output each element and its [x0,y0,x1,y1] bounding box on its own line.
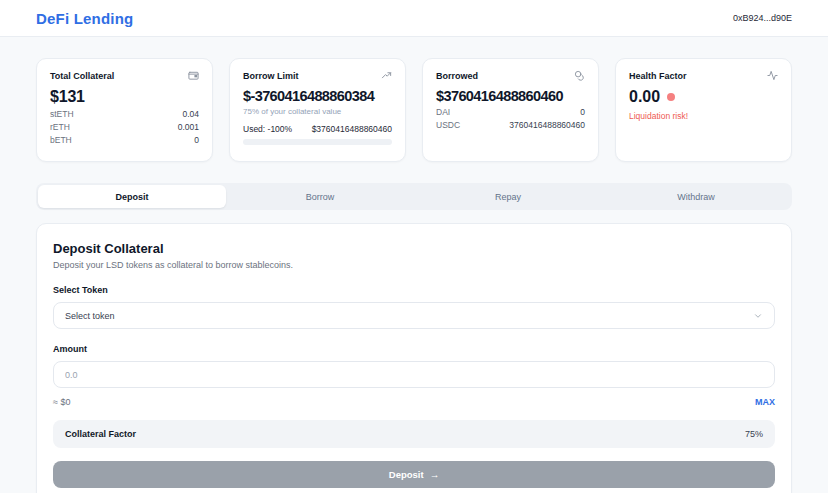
collateral-factor-value: 75% [745,429,763,439]
deposit-submit-label: Deposit [389,469,424,480]
token-label: bETH [50,135,72,145]
tab-borrow[interactable]: Borrow [226,185,414,208]
used-value: $3760416488860460 [312,124,392,134]
health-factor-card: Health Factor 0.00 Liquidation risk! [615,58,792,162]
max-button[interactable]: MAX [755,397,775,407]
action-tabs: Deposit Borrow Repay Withdraw [36,183,792,210]
panel-subtitle: Deposit your LSD tokens as collateral to… [53,260,775,270]
borrowed-row-dai: DAI 0 [436,107,585,117]
borrow-limit-used-row: Used: -100% $3760416488860460 [243,124,392,134]
token-value: 3760416488860460 [509,120,585,130]
liquidation-warning: Liquidation risk! [629,111,778,121]
tab-repay[interactable]: Repay [414,185,602,208]
tab-withdraw[interactable]: Withdraw [602,185,790,208]
wallet-icon [188,70,199,81]
panel-title: Deposit Collateral [53,241,775,256]
token-label: USDC [436,120,460,130]
activity-icon [767,70,778,81]
total-collateral-value: $131 [50,88,199,106]
tab-deposit[interactable]: Deposit [38,185,226,208]
borrow-limit-progress-bar [243,139,392,145]
trending-up-icon [381,70,392,81]
app-header: DeFi Lending 0xB924...d90E [0,0,828,37]
collateral-factor-row: Collateral Factor 75% [53,420,775,448]
token-label: rETH [50,122,70,132]
collateral-factor-label: Collateral Factor [65,429,136,439]
borrow-limit-card: Borrow Limit $-3760416488860384 75% of y… [229,58,406,162]
borrowed-value: $3760416488860460 [436,88,585,104]
used-label: Used: -100% [243,124,292,134]
deposit-submit-button[interactable]: Deposit → [53,461,775,488]
stats-cards-row: Total Collateral $131 stETH 0.04 rETH 0.… [36,58,792,162]
borrow-limit-title: Borrow Limit [243,71,299,81]
borrowed-row-usdc: USDC 3760416488860460 [436,120,585,130]
collateral-row-reth: rETH 0.001 [50,122,199,132]
token-label: stETH [50,109,74,119]
token-value: 0 [194,135,199,145]
amount-input[interactable] [53,361,775,388]
health-factor-value: 0.00 [629,88,660,106]
token-value: 0 [580,107,585,117]
token-value: 0.001 [178,122,199,132]
amount-label: Amount [53,344,775,354]
estimate-row: ≈ $0 MAX [53,397,775,407]
coins-icon [574,70,585,81]
token-label: DAI [436,107,450,117]
borrowed-card: Borrowed $3760416488860460 DAI 0 USDC 37… [422,58,599,162]
health-status-dot [667,93,675,101]
borrow-limit-subtitle: 75% of your collateral value [243,107,392,116]
token-value: 0.04 [182,109,199,119]
borrow-limit-value: $-3760416488860384 [243,88,392,104]
collateral-row-steth: stETH 0.04 [50,109,199,119]
chevron-down-icon [753,311,763,321]
token-select-placeholder: Select token [65,311,115,321]
total-collateral-title: Total Collateral [50,71,114,81]
deposit-panel: Deposit Collateral Deposit your LSD toke… [36,223,792,493]
borrowed-title: Borrowed [436,71,478,81]
health-factor-title: Health Factor [629,71,687,81]
select-token-label: Select Token [53,285,775,295]
token-select[interactable]: Select token [53,302,775,329]
wallet-address[interactable]: 0xB924...d90E [733,13,792,23]
main-content: Total Collateral $131 stETH 0.04 rETH 0.… [0,37,828,493]
arrow-right-icon: → [430,469,440,480]
total-collateral-card: Total Collateral $131 stETH 0.04 rETH 0.… [36,58,213,162]
app-title: DeFi Lending [36,10,133,27]
collateral-row-beth: bETH 0 [50,135,199,145]
usd-estimate: ≈ $0 [53,397,70,407]
